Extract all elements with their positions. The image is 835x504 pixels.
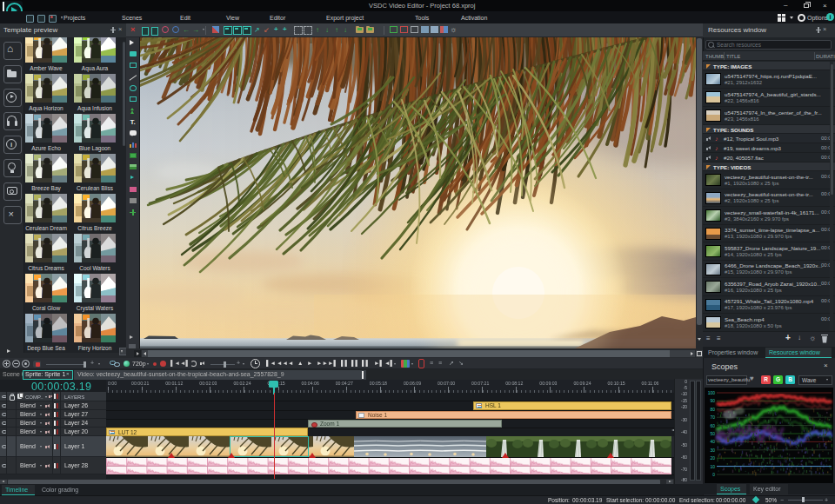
svg-text:10: 10 (710, 464, 715, 469)
svg-text:40: 40 (710, 439, 715, 444)
svg-text:100: 100 (708, 390, 716, 395)
svg-text:50: 50 (710, 431, 715, 436)
svg-text:0: 0 (712, 472, 715, 477)
svg-text:70: 70 (710, 414, 715, 420)
svg-text:90: 90 (710, 398, 715, 403)
svg-text:20: 20 (710, 455, 715, 461)
svg-text:80: 80 (710, 407, 715, 412)
svg-text:30: 30 (710, 448, 715, 453)
svg-text:60: 60 (710, 423, 715, 428)
